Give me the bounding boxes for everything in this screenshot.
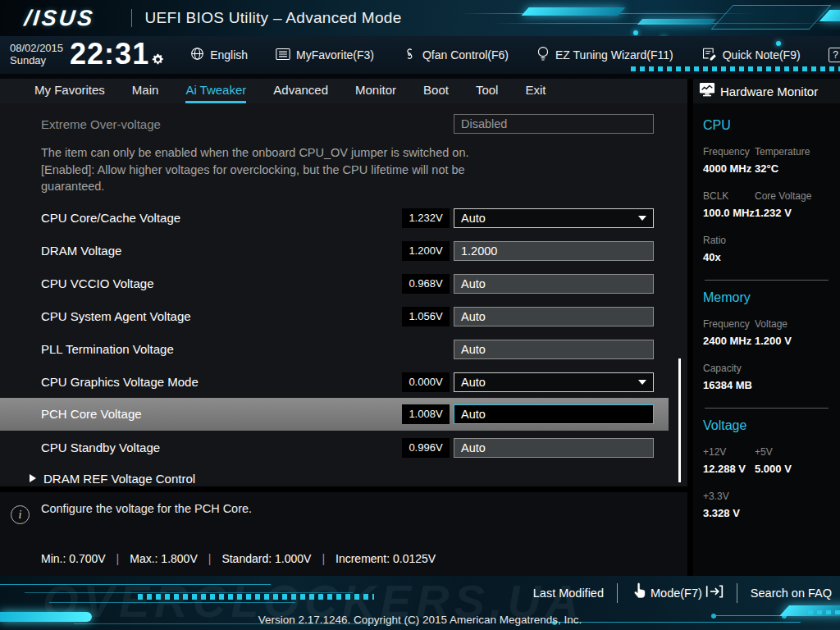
submenu-arrow-icon xyxy=(30,474,36,482)
day-label: Sunday xyxy=(10,55,63,67)
tab-advanced[interactable]: Advanced xyxy=(273,79,328,103)
tab-my-favorites[interactable]: My Favorites xyxy=(34,79,105,103)
value-input[interactable]: 1.2000 xyxy=(454,241,654,261)
setting-value: Auto xyxy=(461,408,486,421)
setting-value: Auto xyxy=(461,441,486,454)
stat-label: Ratio xyxy=(703,235,755,246)
setting-row-cpu-standby-voltage: CPU Standby Voltage 0.996V Auto xyxy=(41,438,654,458)
setting-label: CPU VCCIO Voltage xyxy=(41,276,402,290)
exit-arrow-icon xyxy=(705,584,724,601)
tab-tool[interactable]: Tool xyxy=(476,79,499,103)
bios-screen: /ISUS UEFI BIOS Utility – Advanced Mode … xyxy=(0,0,840,630)
setting-row-cpu-core-voltage: CPU Core/Cache Voltage 1.232V Auto xyxy=(41,208,654,228)
lightbulb-icon xyxy=(536,46,550,64)
value-input[interactable]: Auto xyxy=(454,438,654,458)
footer-decor-line xyxy=(0,584,271,585)
toolbar-decor-dots xyxy=(631,66,840,71)
stat-cpu-temperature: Temperature 32°C xyxy=(755,146,830,175)
ez-tuning-wizard-button[interactable]: EZ Tuning Wizard(F11) xyxy=(536,46,673,64)
tab-ai-tweaker[interactable]: Ai Tweaker xyxy=(185,79,246,103)
panel-divider xyxy=(0,486,687,492)
tab-boot[interactable]: Boot xyxy=(423,79,449,103)
voltage-stats: +12V 12.288 V +5V 5.000 V +3.3V 3.328 V xyxy=(703,446,830,519)
stat-value: 12.288 V xyxy=(703,463,755,475)
setting-row-dram-voltage: DRAM Voltage 1.200V 1.2000 xyxy=(41,241,654,261)
limit-increment: Increment: 0.0125V xyxy=(336,552,436,565)
stat-value: 32°C xyxy=(755,162,830,175)
section-title-memory: Memory xyxy=(703,290,830,305)
gear-icon[interactable] xyxy=(152,39,164,73)
setting-row-cpu-system-agent-voltage: CPU System Agent Voltage 1.056V Auto xyxy=(41,307,654,326)
setting-label: CPU Graphics Voltage Mode xyxy=(41,375,402,389)
footer-links: Last Modified Mode(F7) Search on FAQ xyxy=(533,582,832,604)
search-on-faq-button[interactable]: Search on FAQ xyxy=(751,587,832,600)
setting-value: Auto xyxy=(461,343,486,356)
stat-value: 1.200 V xyxy=(755,335,830,347)
header-decor-line xyxy=(492,23,838,24)
setting-value: 1.2000 xyxy=(461,244,497,258)
scrollbar-thumb[interactable] xyxy=(678,358,681,482)
quick-note-button[interactable]: Quick Note(F9) xyxy=(701,47,801,63)
submenu-label: DRAM REF Voltage Control xyxy=(43,472,195,486)
stat-memory-voltage: Voltage 1.200 V xyxy=(755,318,830,347)
quick-note-label: Quick Note(F9) xyxy=(723,48,801,62)
info-icon: i xyxy=(11,505,30,524)
value-input[interactable]: Auto xyxy=(454,340,654,359)
hardware-monitor-header: Hardware Monitor xyxy=(693,79,840,103)
stat-cpu-ratio: Ratio 40x xyxy=(703,235,755,263)
limit-separator: | xyxy=(208,552,212,565)
stat-label: +12V xyxy=(703,446,755,458)
toolbar-buttons: English MyFavorite(F3) Q xyxy=(190,46,840,64)
tab-monitor[interactable]: Monitor xyxy=(355,79,396,103)
voltage-badge: 1.008V xyxy=(402,404,450,424)
value-input[interactable]: Auto xyxy=(454,274,654,294)
globe-icon xyxy=(190,47,204,63)
stat-value: 16384 MB xyxy=(703,379,755,391)
qfan-control-button[interactable]: Qfan Control(F6) xyxy=(402,47,509,64)
setting-value: Disabled xyxy=(461,117,507,130)
header-decor-bar xyxy=(819,10,840,21)
limit-separator: | xyxy=(322,552,325,565)
stat-5v: +5V 5.000 V xyxy=(755,446,830,475)
header-decor-dot xyxy=(633,30,638,35)
voltage-badge: 1.056V xyxy=(402,307,450,326)
stat-value: 5.000 V xyxy=(755,463,830,475)
value-dropdown[interactable]: Auto xyxy=(454,208,654,228)
question-box-icon: ? xyxy=(829,48,840,62)
datetime-block[interactable]: 08/02/2015 Sunday xyxy=(10,43,63,67)
setting-row-pch-core-voltage-selected[interactable]: PCH Core Voltage 1.008V Auto xyxy=(0,398,669,431)
setting-value: Auto xyxy=(461,310,486,323)
limit-separator: | xyxy=(116,552,120,565)
main-area: My Favorites Main Ai Tweaker Advanced Mo… xyxy=(0,79,840,576)
header-decor-line xyxy=(459,13,756,14)
setting-label: CPU Standby Voltage xyxy=(41,441,402,454)
submenu-dram-ref-voltage-control[interactable]: DRAM REF Voltage Control xyxy=(30,472,654,486)
header-bar: /ISUS UEFI BIOS Utility – Advanced Mode xyxy=(0,0,840,36)
value-limits: Min.: 0.700V | Max.: 1.800V | Standard: … xyxy=(41,552,436,565)
section-title-cpu: CPU xyxy=(703,118,830,133)
ez-mode-label: Mode(F7) xyxy=(651,587,702,600)
value-dropdown[interactable]: Auto xyxy=(454,372,654,392)
language-button[interactable]: English xyxy=(190,47,248,63)
list-card-icon xyxy=(276,48,290,63)
voltage-badge: 0.000V xyxy=(402,372,450,392)
stat-label: Voltage xyxy=(755,318,830,330)
hot-keys-button[interactable]: ? Hot Keys xyxy=(829,48,840,62)
fan-icon xyxy=(402,47,417,64)
last-modified-button[interactable]: Last Modified xyxy=(533,587,604,600)
stat-label: +5V xyxy=(755,446,830,458)
help-text: The item can only be enabled when the on… xyxy=(41,144,521,195)
tab-exit[interactable]: Exit xyxy=(525,79,546,103)
tab-main[interactable]: Main xyxy=(132,79,159,103)
myfavorite-button[interactable]: MyFavorite(F3) xyxy=(276,48,374,63)
hardware-monitor-sidebar: Hardware Monitor CPU Frequency 4000 MHz … xyxy=(693,79,840,576)
value-input[interactable]: Auto xyxy=(454,307,654,326)
stat-label: BCLK xyxy=(703,190,755,202)
value-input-selected[interactable]: Auto xyxy=(454,404,654,424)
qfan-label: Qfan Control(F6) xyxy=(422,48,509,62)
stat-label: Temperature xyxy=(755,146,830,158)
setting-value: Auto xyxy=(461,376,486,389)
voltage-badge: 1.232V xyxy=(402,208,450,228)
version-text: Version 2.17.1246. Copyright (C) 2015 Am… xyxy=(0,614,840,626)
ez-mode-button[interactable]: Mode(F7) xyxy=(631,582,724,604)
